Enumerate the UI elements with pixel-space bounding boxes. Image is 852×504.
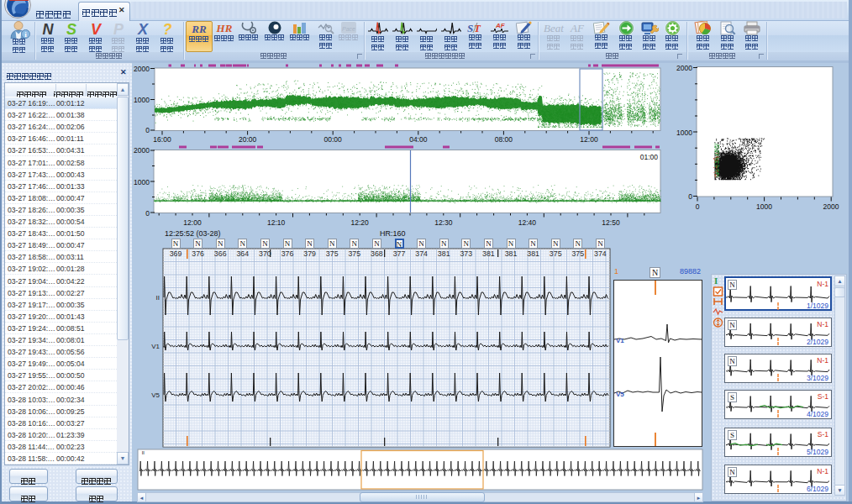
svg-text:00:00: 00:00: [324, 135, 343, 144]
svg-text:04:00: 04:00: [409, 135, 428, 144]
svg-text:V1: V1: [616, 337, 624, 344]
svg-text:II: II: [156, 294, 160, 302]
svg-text:V5: V5: [616, 391, 624, 398]
svg-text:20:00: 20:00: [239, 135, 257, 144]
svg-text:12:40: 12:40: [518, 218, 537, 227]
svg-text:12:20: 12:20: [351, 218, 370, 227]
svg-text:I: I: [714, 276, 718, 286]
svg-text:2000: 2000: [676, 64, 692, 72]
svg-text:12:25:52 (03-28): 12:25:52 (03-28): [165, 229, 221, 238]
svg-text:0: 0: [688, 192, 692, 201]
svg-text:12:50: 12:50: [602, 218, 620, 227]
svg-text:01:00: 01:00: [640, 153, 659, 161]
svg-text:0: 0: [145, 126, 150, 134]
svg-text:1000: 1000: [676, 129, 692, 137]
svg-text:V5: V5: [151, 391, 160, 399]
svg-text:2000: 2000: [134, 65, 150, 73]
svg-text:2000: 2000: [823, 202, 839, 211]
svg-text:08:00: 08:00: [495, 135, 513, 144]
svg-text:1000: 1000: [756, 202, 772, 211]
svg-text:1000: 1000: [134, 178, 150, 186]
svg-text:12:10: 12:10: [267, 218, 286, 227]
svg-text:12:00: 12:00: [580, 135, 598, 144]
svg-text:HR:160: HR:160: [380, 229, 406, 238]
svg-text:0: 0: [696, 202, 700, 211]
svg-text:12:30: 12:30: [434, 218, 453, 227]
svg-text:V1: V1: [151, 343, 160, 350]
svg-text:2000: 2000: [134, 146, 150, 155]
svg-text:16:00: 16:00: [153, 135, 171, 144]
svg-text:12:00: 12:00: [183, 218, 202, 227]
svg-text:1000: 1000: [134, 96, 150, 104]
svg-text:0: 0: [145, 209, 150, 218]
svg-text:II: II: [142, 450, 145, 455]
